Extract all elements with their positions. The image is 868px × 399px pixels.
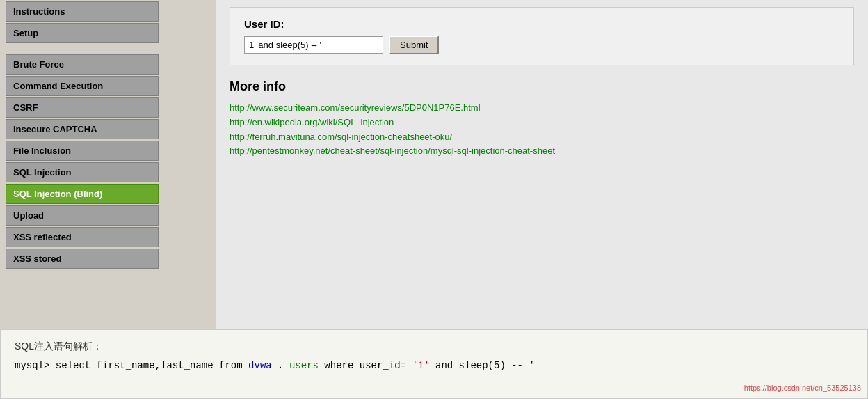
sidebar-item-xss-reflected[interactable]: XSS reflected — [6, 227, 159, 247]
sidebar-item-csrf[interactable]: CSRF — [6, 97, 159, 118]
code-db: dvwa — [248, 360, 272, 371]
more-info-heading: More info — [230, 79, 854, 94]
more-info-link-3[interactable]: http://ferruh.mavituna.com/sql-injection… — [230, 130, 854, 145]
main-container: Instructions Setup Brute Force Command E… — [0, 0, 868, 399]
code-prompt: mysql> — [15, 360, 56, 371]
code-from: from — [219, 360, 248, 371]
content-area: User ID: Submit More info http://www.sec… — [216, 0, 868, 329]
more-info-link-2[interactable]: http://en.wikipedia.org/wiki/SQL_injecti… — [230, 116, 854, 130]
form-box: User ID: Submit — [230, 7, 854, 65]
more-info-section: More info http://www.securiteam.com/secu… — [230, 79, 854, 159]
bottom-panel: SQL注入语句解析： mysql> select first_name,last… — [0, 329, 868, 399]
sidebar-item-instructions[interactable]: Instructions — [6, 1, 159, 22]
panel-title: SQL注入语句解析： — [15, 341, 853, 353]
more-info-link-4[interactable]: http://pentestmonkey.net/cheat-sheet/sql… — [230, 144, 854, 159]
user-id-label: User ID: — [244, 18, 839, 30]
code-dot: . — [278, 360, 283, 371]
sidebar-spacer — [0, 45, 216, 53]
watermark: https://blog.csdn.net/cn_53525138 — [744, 384, 861, 392]
code-and: and — [435, 360, 459, 371]
sidebar-item-file-inclusion[interactable]: File Inclusion — [6, 141, 159, 161]
code-select: select — [56, 360, 97, 371]
sidebar-item-command-execution[interactable]: Command Execution — [6, 76, 159, 96]
code-table: users — [289, 360, 319, 371]
user-id-input[interactable] — [244, 36, 383, 54]
code-condition: user_id= — [360, 360, 406, 371]
sidebar-item-insecure-captcha[interactable]: Insecure CAPTCHA — [6, 119, 159, 139]
code-fields: first_name,last_name — [97, 360, 219, 371]
code-value: '1' — [412, 360, 429, 371]
sidebar: Instructions Setup Brute Force Command E… — [0, 0, 216, 329]
more-info-link-1[interactable]: http://www.securiteam.com/securityreview… — [230, 101, 854, 116]
code-where: where — [324, 360, 359, 371]
bottom-wrapper: SQL注入语句解析： mysql> select first_name,last… — [0, 329, 868, 399]
code-line: mysql> select first_name,last_name from … — [15, 359, 853, 373]
top-section: Instructions Setup Brute Force Command E… — [0, 0, 868, 329]
code-sleep: sleep(5) -- ' — [459, 360, 535, 371]
sidebar-item-xss-stored[interactable]: XSS stored — [6, 249, 159, 269]
sidebar-item-sql-injection[interactable]: SQL Injection — [6, 162, 159, 182]
sidebar-item-sql-injection-blind[interactable]: SQL Injection (Blind) — [6, 184, 159, 204]
submit-button[interactable]: Submit — [389, 36, 439, 54]
sidebar-item-brute-force[interactable]: Brute Force — [6, 54, 159, 75]
sidebar-item-setup[interactable]: Setup — [6, 23, 159, 43]
form-row: Submit — [244, 36, 839, 54]
sidebar-item-upload[interactable]: Upload — [6, 205, 159, 226]
